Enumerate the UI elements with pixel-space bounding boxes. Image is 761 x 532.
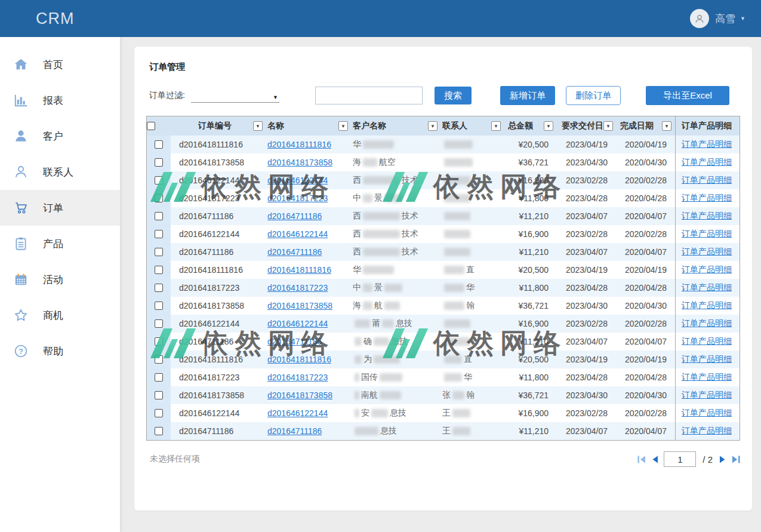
redacted-text-fragment: 西 — [353, 247, 361, 257]
order-detail-link[interactable]: 订单产品明细 — [682, 193, 732, 204]
order-name-link[interactable]: d201641817223 — [267, 373, 328, 382]
order-filter-select[interactable]: ▼ — [191, 88, 279, 103]
order-name-link[interactable]: d20164711186 — [267, 247, 322, 257]
order-name-link[interactable]: d2016418173858 — [267, 390, 332, 400]
order-name-link[interactable]: d201646122144 — [267, 176, 328, 185]
row-checkbox[interactable] — [155, 284, 163, 292]
order-name-link[interactable]: d201646122144 — [267, 319, 328, 328]
order-detail-link[interactable]: 订单产品明细 — [682, 372, 732, 383]
row-checkbox[interactable] — [155, 302, 163, 310]
column-filter-button[interactable]: ▼ — [491, 121, 501, 131]
order-detail-cell: 订单产品明细 — [675, 189, 740, 207]
page-number-input[interactable] — [664, 451, 696, 467]
sidebar-item-opportunities[interactable]: 商机 — [0, 297, 120, 333]
sidebar-item-customers[interactable]: 客户 — [0, 118, 120, 154]
row-checkbox[interactable] — [155, 194, 163, 202]
order-detail-cell: 订单产品明细 — [675, 279, 740, 297]
order-name-link[interactable]: d201641817223 — [267, 193, 328, 203]
order-detail-cell: 订单产品明细 — [675, 225, 740, 243]
sidebar-item-products[interactable]: 产品 — [0, 226, 120, 262]
row-checkbox[interactable] — [155, 212, 163, 220]
row-checkbox[interactable] — [155, 176, 163, 184]
row-checkbox[interactable] — [155, 391, 163, 399]
order-detail-link[interactable]: 订单产品明细 — [682, 157, 732, 168]
row-checkbox[interactable] — [155, 319, 163, 328]
order-detail-cell: 订单产品明细 — [675, 386, 740, 404]
row-checkbox[interactable] — [155, 337, 163, 346]
order-detail-link[interactable]: 订单产品明细 — [682, 300, 732, 311]
row-checkbox[interactable] — [155, 427, 163, 435]
row-checkbox[interactable] — [155, 140, 163, 149]
column-header-1: 订单编号▼ — [171, 116, 266, 136]
order-name-link[interactable]: d2016418173858 — [267, 301, 332, 310]
sidebar-item-home[interactable]: 首页 — [0, 47, 120, 82]
column-filter-button[interactable]: ▼ — [544, 121, 553, 131]
row-checkbox[interactable] — [155, 266, 163, 274]
order-name-link[interactable]: d201646122144 — [267, 408, 328, 418]
order-detail-link[interactable]: 订单产品明细 — [682, 354, 732, 365]
sidebar-item-contacts[interactable]: 联系人 — [0, 154, 120, 190]
column-filter-button[interactable]: ▼ — [662, 121, 671, 131]
order-detail-link[interactable]: 订单产品明细 — [682, 211, 732, 222]
redacted-text-fragment: 莆 — [372, 318, 380, 329]
column-filter-button[interactable]: ▼ — [338, 121, 348, 131]
table-row: d20164711186d20164711186西技术¥11,2102023/0… — [147, 207, 740, 225]
order-detail-link[interactable]: 订单产品明细 — [682, 247, 732, 257]
column-filter-button[interactable]: ▼ — [428, 121, 438, 131]
redacted-blur — [355, 337, 362, 346]
order-detail-link[interactable]: 订单产品明细 — [682, 408, 732, 419]
add-order-button[interactable]: 新增订单 — [500, 86, 555, 105]
search-input[interactable] — [315, 87, 423, 104]
sidebar-item-help[interactable]: ?帮助 — [0, 333, 120, 369]
order-detail-link[interactable]: 订单产品明细 — [682, 175, 732, 186]
order-name-link[interactable]: d201646122144 — [267, 229, 328, 239]
order-detail-link[interactable]: 订单产品明细 — [682, 336, 732, 347]
order-detail-link[interactable]: 订单产品明细 — [682, 265, 732, 275]
order-detail-cell: 订单产品明细 — [675, 136, 740, 153]
sidebar-item-orders[interactable]: 订单 — [0, 190, 120, 226]
row-checkbox[interactable] — [155, 158, 163, 167]
order-detail-link[interactable]: 订单产品明细 — [682, 318, 732, 329]
redacted-blur — [444, 230, 470, 238]
export-excel-button[interactable]: 导出至Excel — [646, 86, 729, 105]
order-detail-link[interactable]: 订单产品明细 — [682, 229, 732, 239]
select-all-checkbox[interactable] — [147, 122, 155, 130]
order-detail-link[interactable]: 订单产品明细 — [682, 390, 732, 401]
row-checkbox[interactable] — [155, 373, 163, 382]
order-name-cell: d201641817223 — [266, 368, 352, 386]
order-name-link[interactable]: d2016418111816 — [267, 265, 331, 275]
column-filter-button[interactable]: ▼ — [603, 121, 613, 131]
sidebar-item-reports[interactable]: 报表 — [0, 82, 120, 118]
next-page-button[interactable] — [719, 456, 726, 463]
order-name-link[interactable]: d20164711186 — [267, 337, 322, 346]
order-name-link[interactable]: d2016418173858 — [267, 158, 332, 167]
order-detail-link[interactable]: 订单产品明细 — [682, 139, 732, 150]
sidebar-item-activities[interactable]: 活动 — [0, 262, 120, 297]
row-checkbox[interactable] — [155, 355, 163, 364]
order-name-link[interactable]: d20164711186 — [267, 426, 322, 436]
order-detail-link[interactable]: 订单产品明细 — [682, 426, 732, 436]
order-detail-link[interactable]: 订单产品明细 — [682, 282, 732, 293]
redacted-text-fragment: 确 — [363, 336, 372, 347]
last-page-button[interactable] — [732, 456, 740, 463]
user-solid-icon — [13, 128, 29, 144]
order-name-link[interactable]: d2016418111816 — [267, 355, 331, 364]
row-checkbox[interactable] — [155, 248, 163, 256]
order-name-link[interactable]: d2016418111816 — [267, 140, 331, 149]
column-filter-button[interactable]: ▼ — [253, 121, 263, 131]
due-date-cell: 2023/04/30 — [557, 297, 617, 315]
amount-cell: ¥11,800 — [504, 279, 557, 297]
order-name-link[interactable]: d201641817223 — [267, 283, 328, 293]
redacted-blur — [363, 248, 400, 256]
prev-page-button[interactable] — [651, 456, 658, 463]
due-date-cell: 2023/04/19 — [557, 136, 617, 153]
search-button[interactable]: 搜索 — [435, 87, 472, 104]
redacted-text-fragment: 航 — [374, 300, 383, 311]
redacted-blur — [355, 373, 359, 382]
order-name-link[interactable]: d20164711186 — [267, 211, 322, 221]
first-page-button[interactable] — [637, 456, 646, 463]
row-checkbox[interactable] — [155, 230, 163, 238]
delete-order-button[interactable]: 删除订单 — [566, 86, 621, 105]
row-checkbox[interactable] — [155, 409, 163, 417]
user-menu[interactable]: 高雪 ▼ — [690, 9, 745, 28]
